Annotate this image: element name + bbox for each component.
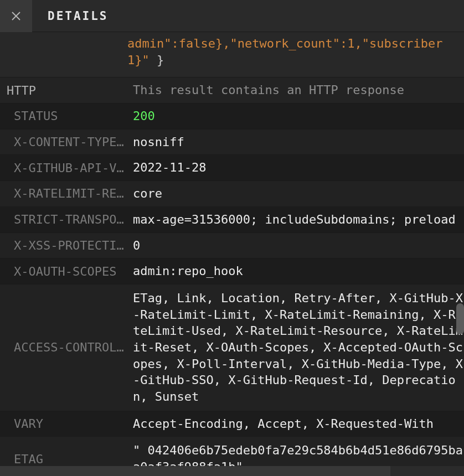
x-xss-protection-row: X-XSS-PROTECTION 0 <box>0 233 464 259</box>
status-row: STATUS 200 <box>0 104 464 130</box>
json-snippet-value: admin":false},"network_count":1,"subscri… <box>127 32 464 77</box>
strict-transport-row: STRICT-TRANSPORT max-age=31536000; inclu… <box>0 207 464 233</box>
x-oauth-scopes-row: X-OAUTH-SCOPES admin:repo_hook <box>0 258 464 284</box>
header-value: core <box>127 181 464 206</box>
horizontal-scrollbar-thumb[interactable] <box>0 466 390 476</box>
header-value: 0 <box>127 233 464 258</box>
http-section-label: HTTP <box>0 79 127 102</box>
header-label: X-GITHUB-API-VER <box>0 157 127 179</box>
header-value: admin:repo_hook <box>127 258 464 284</box>
header-value: max-age=31536000; includeSubdomains; pre… <box>127 207 464 232</box>
snippet-label <box>0 50 127 59</box>
http-section-row: HTTP This result contains an HTTP respon… <box>0 77 464 104</box>
json-snippet-row: admin":false},"network_count":1,"subscri… <box>0 32 464 77</box>
access-control-row: ACCESS-CONTROL-E ETag, Link, Location, R… <box>0 284 464 411</box>
close-icon <box>11 11 21 21</box>
header-label: VARY <box>0 412 127 435</box>
details-content: admin":false},"network_count":1,"subscri… <box>0 32 464 466</box>
vary-row: VARY Accept-Encoding, Accept, X-Requeste… <box>0 411 464 437</box>
header-value: ETag, Link, Location, Retry-After, X-Git… <box>127 284 464 411</box>
horizontal-scrollbar[interactable] <box>0 466 464 476</box>
status-label: STATUS <box>0 105 127 127</box>
close-button[interactable] <box>0 0 32 32</box>
x-content-type-row: X-CONTENT-TYPE-O nosniff <box>0 130 464 156</box>
x-ratelimit-reso-row: X-RATELIMIT-RESO core <box>0 181 464 207</box>
header-value: " 042406e6b75edeb0fa7e29c584b6b4d51e86d6… <box>127 437 464 466</box>
scrollbar-thumb[interactable] <box>456 303 464 334</box>
header-label: X-RATELIMIT-RESO <box>0 182 127 205</box>
etag-row: ETAG " 042406e6b75edeb0fa7e29c584b6b4d51… <box>0 437 464 466</box>
header-label: X-XSS-PROTECTION <box>0 234 127 257</box>
header-label: ACCESS-CONTROL-E <box>0 336 127 359</box>
snippet-partial-text: admin":false},"network_count":1,"subscri… <box>127 37 443 67</box>
header-label: X-OAUTH-SCOPES <box>0 260 127 283</box>
header-value: 2022-11-28 <box>127 155 464 180</box>
details-header: DETAILS <box>0 0 464 32</box>
status-value: 200 <box>127 104 464 129</box>
header-label: ETAG <box>0 448 127 466</box>
x-github-api-ver-row: X-GITHUB-API-VER 2022-11-28 <box>0 155 464 181</box>
header-label: X-CONTENT-TYPE-O <box>0 131 127 153</box>
header-label: STRICT-TRANSPORT <box>0 208 127 231</box>
http-section-desc: This result contains an HTTP response <box>127 77 464 103</box>
header-value: Accept-Encoding, Accept, X-Requested-Wit… <box>127 411 464 437</box>
header-title: DETAILS <box>48 9 109 23</box>
header-value: nosniff <box>127 130 464 155</box>
